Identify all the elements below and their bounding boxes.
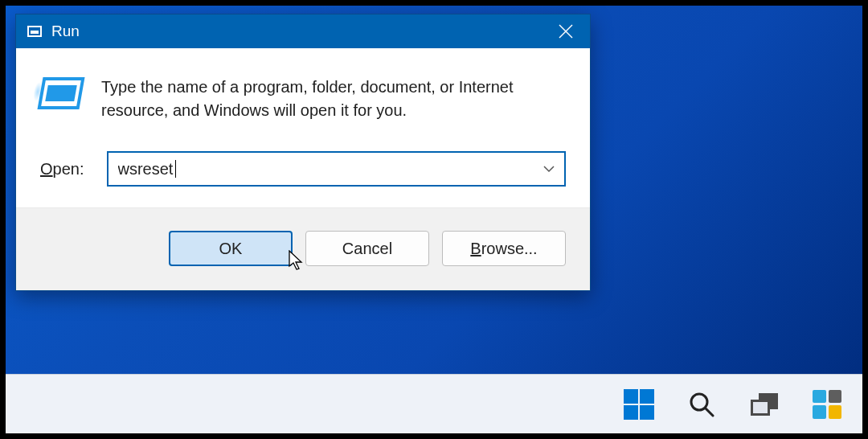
search-button[interactable] (684, 387, 719, 422)
widgets-button[interactable] (809, 387, 845, 422)
dialog-body: Type the name of a program, folder, docu… (16, 48, 590, 207)
run-dialog: Run Type the name of a program, folder, … (15, 14, 591, 291)
run-program-icon (40, 77, 82, 109)
run-titlebar-icon (27, 26, 42, 37)
start-button[interactable] (621, 387, 657, 422)
task-view-icon (751, 393, 778, 416)
cancel-button[interactable]: Cancel (305, 231, 429, 266)
mouse-cursor-icon (289, 250, 305, 271)
close-button[interactable] (542, 14, 590, 48)
widgets-icon (813, 390, 841, 419)
browse-button[interactable]: Browse... (442, 231, 566, 266)
search-icon (688, 391, 715, 418)
svg-line-3 (706, 408, 713, 416)
ok-button[interactable]: OK (169, 231, 293, 266)
text-caret (175, 160, 176, 178)
start-icon (624, 389, 654, 420)
button-bar: OK Cancel Browse... (16, 207, 590, 290)
task-view-button[interactable] (747, 387, 782, 422)
open-label: Open: (40, 160, 84, 178)
desktop-background: Run Type the name of a program, folder, … (4, 4, 864, 435)
taskbar[interactable] (6, 374, 862, 433)
titlebar[interactable]: Run (16, 14, 590, 48)
dialog-description: Type the name of a program, folder, docu… (101, 76, 566, 122)
window-title: Run (51, 23, 80, 40)
close-icon (559, 24, 573, 39)
open-combobox[interactable] (107, 151, 567, 187)
